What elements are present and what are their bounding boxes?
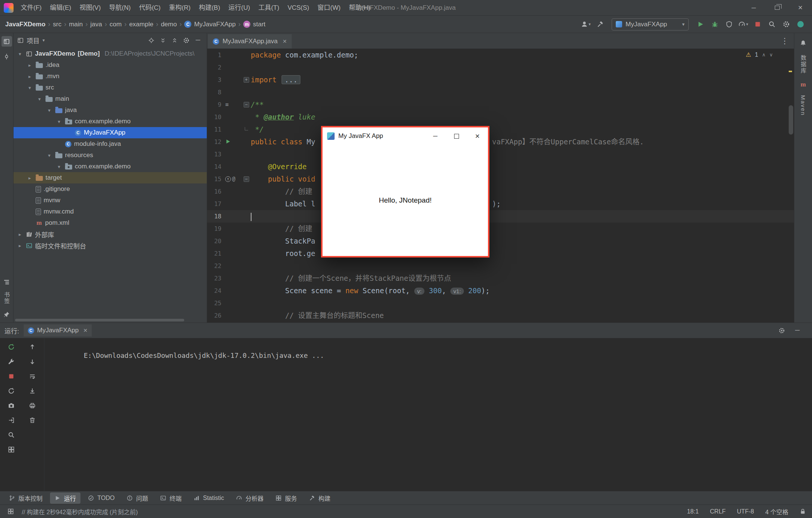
tool-window-button-problems[interactable]: 问题 xyxy=(122,492,153,504)
code-line[interactable]: 14 @Override xyxy=(207,161,794,173)
breadcrumb-example[interactable]: example xyxy=(129,21,153,28)
code-line[interactable]: 16 // 创建 xyxy=(207,185,794,198)
fold-collapse-icon[interactable]: − xyxy=(244,176,249,182)
tool-window-button-todo[interactable]: TODO xyxy=(83,494,119,503)
run-tab-close-icon[interactable]: ✕ xyxy=(83,327,88,333)
user-account-button[interactable]: ▾ xyxy=(579,18,592,31)
overriding-marker-icon[interactable]: ↑ xyxy=(225,176,231,182)
project-horizontal-scrollbar[interactable] xyxy=(15,319,184,321)
collapse-arrow-icon[interactable]: ▾ xyxy=(56,164,62,170)
expand-all-button[interactable] xyxy=(158,35,168,45)
structure-tool-button[interactable] xyxy=(2,277,12,287)
edit-configuration-button[interactable] xyxy=(6,357,16,367)
build-project-button[interactable] xyxy=(594,18,606,31)
next-issue-icon[interactable]: ∨ xyxy=(769,52,773,58)
collapse-arrow-icon[interactable]: ▾ xyxy=(26,85,33,91)
close-button[interactable]: ✕ xyxy=(789,0,812,15)
expand-arrow-icon[interactable]: ▸ xyxy=(26,175,33,181)
dialog-minimize-button[interactable]: ─ xyxy=(425,127,446,145)
code-line[interactable]: 17 Label l); xyxy=(207,198,794,210)
tree-item-java[interactable]: ▾java xyxy=(14,105,207,116)
tree-item-module-info[interactable]: Cmodule-info.java xyxy=(14,138,207,150)
run-with-coverage-button[interactable] xyxy=(723,18,735,31)
tree-item-package-com-example-demo[interactable]: ▾com.example.demo xyxy=(14,116,207,127)
tab-options-icon[interactable]: ⋮ xyxy=(781,36,789,45)
breadcrumb-main[interactable]: main xyxy=(69,21,83,28)
thread-dump-button[interactable] xyxy=(6,401,16,410)
select-opened-file-button[interactable] xyxy=(146,35,156,45)
menu-item-2[interactable]: 编辑(E) xyxy=(46,4,76,11)
tool-window-button-terminal[interactable]: 终端 xyxy=(156,492,186,504)
tree-item-mvn[interactable]: ▸.mvn xyxy=(14,71,207,82)
restore-layout-button[interactable] xyxy=(6,445,16,454)
code-line[interactable]: 9≡−/** xyxy=(207,98,794,111)
render-doc-icon[interactable]: ≡ xyxy=(225,98,229,111)
dialog-title-bar[interactable]: My JavaFX App ─ ✕ xyxy=(323,127,488,145)
minimize-button[interactable]: ─ xyxy=(742,0,765,15)
breadcrumb-com[interactable]: com xyxy=(110,21,122,28)
tree-item-scratches[interactable]: ▸临时文件和控制台 xyxy=(14,240,207,251)
debug-button[interactable] xyxy=(708,18,721,31)
menu-item-8[interactable]: 运行(U) xyxy=(224,4,255,11)
tree-item-resources[interactable]: ▾resources xyxy=(14,150,207,161)
maven-icon[interactable]: m xyxy=(800,81,807,88)
scroll-to-end-button[interactable] xyxy=(27,386,37,396)
settings-button[interactable] xyxy=(780,18,792,31)
breadcrumb-src[interactable]: src xyxy=(53,21,62,28)
collapse-all-button[interactable] xyxy=(170,35,180,45)
code-line[interactable]: 19 // 创建 xyxy=(207,223,794,235)
tool-window-button-profiler[interactable]: 分析器 xyxy=(232,492,268,504)
fold-marker[interactable]: + xyxy=(242,77,251,83)
profiler-button[interactable]: ▾ xyxy=(737,18,750,31)
fold-expand-icon[interactable]: + xyxy=(244,77,249,83)
tool-window-button-build[interactable]: 构建 xyxy=(304,492,335,504)
soft-wrap-button[interactable] xyxy=(27,371,37,381)
tree-item-idea[interactable]: ▸.idea xyxy=(14,59,207,71)
run-config-select[interactable]: MyJavaFXApp▾ xyxy=(612,18,689,30)
run-panel-settings-button[interactable] xyxy=(777,326,786,335)
code-line[interactable]: 1package com.example.demo; xyxy=(207,49,794,61)
hide-panel-button[interactable]: ─ xyxy=(193,35,203,45)
code-line[interactable]: 8 xyxy=(207,86,794,98)
code-line[interactable]: 12public class MyvaFXApp】不符合UpperCamelCa… xyxy=(207,136,794,148)
tool-window-button-version-control[interactable]: 版本控制 xyxy=(5,492,47,504)
tree-item-external-libraries[interactable]: ▸外部库 xyxy=(14,229,207,240)
dialog-close-button[interactable]: ✕ xyxy=(467,127,488,145)
menu-item-11[interactable]: 窗口(W) xyxy=(314,4,345,11)
inspections-widget[interactable]: ⚠ 1 ∧ ∨ xyxy=(746,51,773,58)
tree-item-gitignore[interactable]: .gitignore xyxy=(14,183,207,195)
tree-item-target[interactable]: ▸target xyxy=(14,172,207,183)
code-with-me-button[interactable] xyxy=(794,18,807,31)
collapse-arrow-icon[interactable]: ▾ xyxy=(46,108,53,113)
breadcrumb-demo[interactable]: demo xyxy=(161,21,177,28)
tab-close-icon[interactable]: ✕ xyxy=(282,38,287,44)
expand-arrow-icon[interactable]: ▸ xyxy=(26,62,33,68)
tree-item-mvnw[interactable]: mvnw xyxy=(14,195,207,206)
code-line[interactable]: 22 xyxy=(207,260,794,272)
editor-tab-myjavafxapp[interactable]: C MyJavaFXApp.java ✕ xyxy=(208,34,292,48)
breadcrumb-start[interactable]: mstart xyxy=(243,21,265,28)
code-line[interactable]: 21 root.ge xyxy=(207,247,794,260)
menu-item-10[interactable]: VCS(S) xyxy=(283,4,314,11)
collapse-arrow-icon[interactable]: ▾ xyxy=(46,153,53,158)
code-line[interactable]: 15↑@− public void xyxy=(207,173,794,185)
tree-item-package-resources[interactable]: ▾com.example.demo xyxy=(14,161,207,172)
expand-arrow-icon[interactable]: ▸ xyxy=(26,74,33,79)
hide-run-panel-button[interactable]: ─ xyxy=(792,326,802,335)
tree-item-class-myjavafxapp[interactable]: CMyJavaFXApp xyxy=(14,127,207,138)
search-everywhere-button[interactable] xyxy=(765,18,778,31)
menu-item-1[interactable]: 文件(F) xyxy=(17,4,46,11)
clear-all-button[interactable] xyxy=(27,415,37,425)
expand-arrow-icon[interactable]: ▸ xyxy=(17,232,23,237)
panel-settings-button[interactable] xyxy=(181,35,191,45)
code-line[interactable]: 10 * @author luke xyxy=(207,111,794,123)
bookmarks-label[interactable]: 书签 xyxy=(3,292,11,304)
menu-item-5[interactable]: 代码(C) xyxy=(135,4,165,11)
code-line[interactable]: 3+import ... xyxy=(207,74,794,86)
code-line[interactable]: 26 // 设置主舞台的标题和Scene xyxy=(207,309,794,322)
menu-item-7[interactable]: 构建(B) xyxy=(195,4,224,11)
breadcrumb-java[interactable]: java xyxy=(90,21,102,28)
run-gutter-icon[interactable] xyxy=(225,136,231,148)
tool-window-switcher-icon[interactable] xyxy=(6,507,15,516)
tree-item-mvnw-cmd[interactable]: mvnw.cmd xyxy=(14,206,207,217)
